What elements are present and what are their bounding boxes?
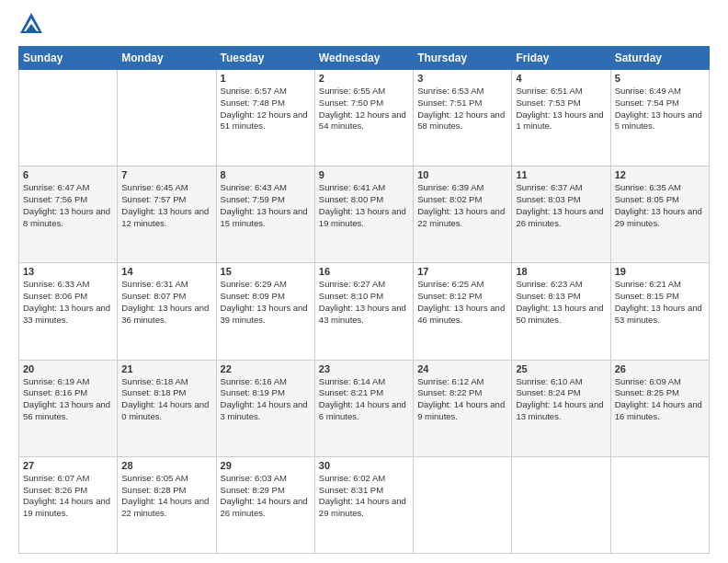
day-number: 21	[121, 363, 211, 374]
cell-sun-info: Sunrise: 6:45 AM Sunset: 7:57 PM Dayligh…	[121, 182, 211, 229]
calendar-week-row: 13Sunrise: 6:33 AM Sunset: 8:06 PM Dayli…	[19, 263, 710, 360]
day-number: 22	[221, 363, 311, 374]
calendar-cell: 9Sunrise: 6:41 AM Sunset: 8:00 PM Daylig…	[314, 167, 413, 263]
logo-icon	[18, 11, 44, 37]
day-number: 18	[516, 266, 606, 277]
day-number: 17	[417, 266, 507, 277]
cell-sun-info: Sunrise: 6:23 AM Sunset: 8:13 PM Dayligh…	[516, 279, 606, 326]
cell-sun-info: Sunrise: 6:55 AM Sunset: 7:50 PM Dayligh…	[319, 86, 409, 132]
calendar-cell: 22Sunrise: 6:16 AM Sunset: 8:19 PM Dayli…	[216, 360, 314, 456]
calendar-cell: 7Sunrise: 6:45 AM Sunset: 7:57 PM Daylig…	[118, 167, 216, 263]
weekday-header-saturday: Saturday	[610, 47, 709, 70]
cell-sun-info: Sunrise: 6:57 AM Sunset: 7:48 PM Dayligh…	[221, 86, 311, 132]
cell-sun-info: Sunrise: 6:16 AM Sunset: 8:19 PM Dayligh…	[221, 376, 311, 423]
cell-sun-info: Sunrise: 6:43 AM Sunset: 7:59 PM Dayligh…	[221, 182, 311, 229]
calendar-cell: 30Sunrise: 6:02 AM Sunset: 8:31 PM Dayli…	[314, 456, 413, 553]
day-number: 3	[417, 73, 507, 84]
day-number: 6	[23, 169, 113, 180]
cell-sun-info: Sunrise: 6:49 AM Sunset: 7:54 PM Dayligh…	[615, 86, 705, 132]
header	[18, 15, 710, 37]
cell-sun-info: Sunrise: 6:02 AM Sunset: 8:31 PM Dayligh…	[319, 473, 409, 520]
calendar-cell: 11Sunrise: 6:37 AM Sunset: 8:03 PM Dayli…	[512, 167, 610, 263]
cell-sun-info: Sunrise: 6:25 AM Sunset: 8:12 PM Dayligh…	[417, 279, 507, 326]
calendar-cell: 23Sunrise: 6:14 AM Sunset: 8:21 PM Dayli…	[314, 360, 413, 456]
calendar-cell: 27Sunrise: 6:07 AM Sunset: 8:26 PM Dayli…	[19, 456, 118, 553]
weekday-header-friday: Friday	[512, 47, 610, 70]
day-number: 14	[121, 266, 211, 277]
day-number: 27	[23, 460, 113, 471]
day-number: 28	[121, 460, 211, 471]
calendar-cell	[19, 70, 118, 167]
weekday-header-sunday: Sunday	[19, 47, 118, 70]
day-number: 10	[417, 169, 507, 180]
cell-sun-info: Sunrise: 6:12 AM Sunset: 8:22 PM Dayligh…	[417, 376, 507, 423]
calendar-cell: 29Sunrise: 6:03 AM Sunset: 8:29 PM Dayli…	[216, 456, 314, 553]
day-number: 26	[615, 363, 705, 374]
calendar-week-row: 6Sunrise: 6:47 AM Sunset: 7:56 PM Daylig…	[19, 167, 710, 263]
cell-sun-info: Sunrise: 6:27 AM Sunset: 8:10 PM Dayligh…	[319, 279, 409, 326]
calendar-cell: 18Sunrise: 6:23 AM Sunset: 8:13 PM Dayli…	[512, 263, 610, 360]
day-number: 11	[516, 169, 606, 180]
cell-sun-info: Sunrise: 6:05 AM Sunset: 8:28 PM Dayligh…	[121, 473, 211, 520]
cell-sun-info: Sunrise: 6:35 AM Sunset: 8:05 PM Dayligh…	[615, 182, 705, 229]
day-number: 16	[319, 266, 409, 277]
day-number: 30	[319, 460, 409, 471]
cell-sun-info: Sunrise: 6:19 AM Sunset: 8:16 PM Dayligh…	[23, 376, 113, 423]
day-number: 7	[121, 169, 211, 180]
calendar-cell: 21Sunrise: 6:18 AM Sunset: 8:18 PM Dayli…	[118, 360, 216, 456]
weekday-header-monday: Monday	[118, 47, 216, 70]
cell-sun-info: Sunrise: 6:09 AM Sunset: 8:25 PM Dayligh…	[615, 376, 705, 423]
calendar-cell: 25Sunrise: 6:10 AM Sunset: 8:24 PM Dayli…	[512, 360, 610, 456]
weekday-header-row: SundayMondayTuesdayWednesdayThursdayFrid…	[19, 47, 710, 70]
calendar-cell: 5Sunrise: 6:49 AM Sunset: 7:54 PM Daylig…	[610, 70, 709, 167]
calendar-week-row: 27Sunrise: 6:07 AM Sunset: 8:26 PM Dayli…	[19, 456, 710, 553]
logo	[18, 15, 48, 37]
cell-sun-info: Sunrise: 6:18 AM Sunset: 8:18 PM Dayligh…	[121, 376, 211, 423]
day-number: 5	[615, 73, 705, 84]
calendar-week-row: 1Sunrise: 6:57 AM Sunset: 7:48 PM Daylig…	[19, 70, 710, 167]
calendar-cell: 17Sunrise: 6:25 AM Sunset: 8:12 PM Dayli…	[414, 263, 512, 360]
cell-sun-info: Sunrise: 6:10 AM Sunset: 8:24 PM Dayligh…	[516, 376, 606, 423]
cell-sun-info: Sunrise: 6:03 AM Sunset: 8:29 PM Dayligh…	[221, 473, 311, 520]
weekday-header-wednesday: Wednesday	[314, 47, 413, 70]
calendar-cell: 13Sunrise: 6:33 AM Sunset: 8:06 PM Dayli…	[19, 263, 118, 360]
weekday-header-tuesday: Tuesday	[216, 47, 314, 70]
calendar-cell: 15Sunrise: 6:29 AM Sunset: 8:09 PM Dayli…	[216, 263, 314, 360]
cell-sun-info: Sunrise: 6:31 AM Sunset: 8:07 PM Dayligh…	[121, 279, 211, 326]
day-number: 1	[221, 73, 311, 84]
day-number: 9	[319, 169, 409, 180]
calendar-cell	[610, 456, 709, 553]
day-number: 29	[221, 460, 311, 471]
calendar-week-row: 20Sunrise: 6:19 AM Sunset: 8:16 PM Dayli…	[19, 360, 710, 456]
calendar-cell: 6Sunrise: 6:47 AM Sunset: 7:56 PM Daylig…	[19, 167, 118, 263]
calendar-cell: 8Sunrise: 6:43 AM Sunset: 7:59 PM Daylig…	[216, 167, 314, 263]
calendar-cell: 12Sunrise: 6:35 AM Sunset: 8:05 PM Dayli…	[610, 167, 709, 263]
cell-sun-info: Sunrise: 6:21 AM Sunset: 8:15 PM Dayligh…	[615, 279, 705, 326]
day-number: 4	[516, 73, 606, 84]
cell-sun-info: Sunrise: 6:33 AM Sunset: 8:06 PM Dayligh…	[23, 279, 113, 326]
calendar-cell: 24Sunrise: 6:12 AM Sunset: 8:22 PM Dayli…	[414, 360, 512, 456]
day-number: 20	[23, 363, 113, 374]
calendar-cell: 3Sunrise: 6:53 AM Sunset: 7:51 PM Daylig…	[414, 70, 512, 167]
day-number: 8	[221, 169, 311, 180]
cell-sun-info: Sunrise: 6:53 AM Sunset: 7:51 PM Dayligh…	[417, 86, 507, 132]
day-number: 13	[23, 266, 113, 277]
cell-sun-info: Sunrise: 6:41 AM Sunset: 8:00 PM Dayligh…	[319, 182, 409, 229]
day-number: 23	[319, 363, 409, 374]
cell-sun-info: Sunrise: 6:37 AM Sunset: 8:03 PM Dayligh…	[516, 182, 606, 229]
calendar-cell: 20Sunrise: 6:19 AM Sunset: 8:16 PM Dayli…	[19, 360, 118, 456]
cell-sun-info: Sunrise: 6:07 AM Sunset: 8:26 PM Dayligh…	[23, 473, 113, 520]
day-number: 2	[319, 73, 409, 84]
cell-sun-info: Sunrise: 6:47 AM Sunset: 7:56 PM Dayligh…	[23, 182, 113, 229]
weekday-header-thursday: Thursday	[414, 47, 512, 70]
calendar-cell	[512, 456, 610, 553]
calendar-cell: 26Sunrise: 6:09 AM Sunset: 8:25 PM Dayli…	[610, 360, 709, 456]
calendar-table: SundayMondayTuesdayWednesdayThursdayFrid…	[18, 46, 710, 554]
calendar-cell	[118, 70, 216, 167]
day-number: 12	[615, 169, 705, 180]
cell-sun-info: Sunrise: 6:51 AM Sunset: 7:53 PM Dayligh…	[516, 86, 606, 132]
page: SundayMondayTuesdayWednesdayThursdayFrid…	[0, 0, 728, 563]
cell-sun-info: Sunrise: 6:39 AM Sunset: 8:02 PM Dayligh…	[417, 182, 507, 229]
calendar-cell: 14Sunrise: 6:31 AM Sunset: 8:07 PM Dayli…	[118, 263, 216, 360]
calendar-cell: 28Sunrise: 6:05 AM Sunset: 8:28 PM Dayli…	[118, 456, 216, 553]
